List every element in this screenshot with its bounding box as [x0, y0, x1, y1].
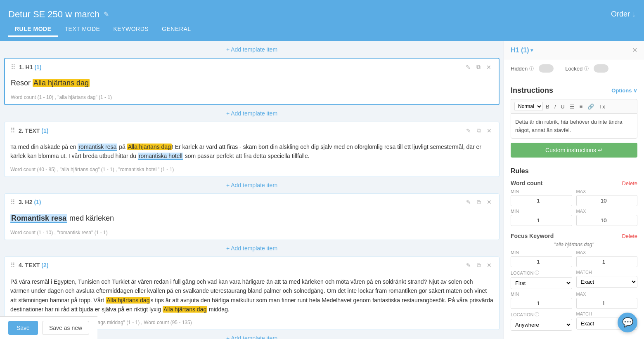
rules-section: Rules Word count Delete MIN MAX [504, 162, 644, 339]
tab-rule-mode[interactable]: RULE MODE [8, 22, 58, 37]
item-meta-2: Word count (40 - 85) , "alla hjärtans da… [5, 164, 499, 177]
item-meta-1: Word count (1 - 10) , "alla hjärtans dag… [5, 92, 499, 104]
drag-handle-4[interactable]: ⠿ [10, 261, 15, 269]
edit-btn-4[interactable]: ✎ [464, 261, 473, 270]
wc-max-input-2[interactable] [576, 215, 638, 226]
focus-keyword-rule: Focus Keyword Delete "alla hjärtans dag"… [511, 233, 637, 331]
ol-btn[interactable]: ☰ [568, 102, 577, 111]
drag-handle-1[interactable]: ⠿ [11, 63, 16, 71]
instructions-title: Instructions Options ∨ [511, 86, 637, 95]
hidden-label: Hidden ⓘ [511, 66, 534, 72]
match-select-1[interactable]: Exact Partial None [576, 276, 638, 288]
word-count-delete-btn[interactable]: Delete [622, 180, 637, 186]
word-count-rule: Word count Delete MIN MAX MIN [511, 180, 637, 226]
add-template-top[interactable]: + Add template item [0, 41, 504, 58]
order-dropdown[interactable]: Order ↓ [611, 10, 636, 19]
location-label-2: LOCATION ⓘ [511, 311, 572, 318]
location-info-icon-2: ⓘ [535, 311, 539, 318]
tab-general[interactable]: GENERAL [155, 22, 197, 37]
wc-min-input-1[interactable] [511, 195, 572, 206]
add-template-3[interactable]: + Add template item [0, 177, 504, 193]
location-info-icon-1: ⓘ [535, 270, 539, 276]
keyword-value: "alla hjärtans dag" [511, 242, 637, 247]
format-select[interactable]: NormalH1H2H3 [514, 102, 543, 111]
item-meta-3: Word count (1 - 10) , "romantisk resa" (… [5, 227, 499, 240]
wc-min-label-2: MIN [511, 209, 572, 214]
delete-btn-4[interactable]: ✕ [485, 261, 493, 270]
custom-instructions-btn[interactable]: Custom instructions ↵ [511, 143, 637, 158]
rules-title: Rules [511, 167, 637, 175]
wc-max-label-1: MAX [576, 189, 638, 194]
fk-max-label-1: MAX [576, 250, 638, 255]
ul-btn[interactable]: ≡ [578, 102, 585, 111]
copy-btn-2[interactable]: ⧉ [475, 126, 483, 135]
copy-btn-1[interactable]: ⧉ [475, 63, 482, 71]
locked-toggle[interactable] [594, 64, 608, 73]
save-as-button[interactable]: Save as new [42, 321, 89, 335]
fk-max-input-1[interactable] [576, 256, 638, 267]
bold-btn[interactable]: B [544, 102, 552, 111]
fk-min-input-2[interactable] [511, 298, 572, 309]
panel-header: H1 (1) ▾ ✕ [504, 41, 644, 59]
panel-close-btn[interactable]: ✕ [632, 46, 637, 54]
delete-btn-3[interactable]: ✕ [485, 198, 493, 207]
chat-button[interactable]: 💬 [618, 313, 637, 332]
tab-keywords[interactable]: KEYWORDS [107, 22, 155, 37]
right-panel: H1 (1) ▾ ✕ Hidden ⓘ Locked ⓘ [504, 41, 644, 339]
item-content-1: Resor Alla hjärtans dag [5, 75, 499, 92]
edit-btn-1[interactable]: ✎ [464, 63, 472, 71]
item-content-4: På våra resmål i Egypten, Tunisien och T… [5, 274, 499, 318]
instructions-section: Instructions Options ∨ NormalH1H2H3 B I … [504, 81, 644, 162]
drag-handle-3[interactable]: ⠿ [10, 198, 15, 206]
editor-content[interactable]: Detta är din rubrik, här behöver du inte… [511, 113, 637, 139]
link-btn[interactable]: 🔗 [585, 102, 596, 111]
hidden-info-icon: ⓘ [529, 66, 534, 72]
fk-min-label-2: MIN [511, 292, 572, 297]
template-item-2: ⠿ 2. TEXT (1) ✎ ⧉ ✕ Ta med din älskade p… [4, 122, 500, 177]
copy-btn-4[interactable]: ⧉ [475, 261, 483, 270]
edit-title-icon[interactable]: ✎ [104, 10, 109, 18]
save-button[interactable]: Save [8, 321, 38, 335]
focus-keyword-delete-btn[interactable]: Delete [622, 233, 637, 239]
location-select-2[interactable]: First Last Anywhere [511, 319, 572, 331]
item-label-4: 4. TEXT (2) [19, 262, 461, 268]
edit-btn-2[interactable]: ✎ [464, 126, 473, 135]
edit-btn-3[interactable]: ✎ [464, 198, 473, 207]
underline-btn[interactable]: U [559, 102, 566, 111]
locked-info-icon: ⓘ [584, 66, 589, 72]
wc-min-input-2[interactable] [511, 215, 572, 226]
fk-max-label-2: MAX [576, 292, 638, 297]
fk-min-label-1: MIN [511, 250, 572, 255]
hidden-locked-row: Hidden ⓘ Locked ⓘ [504, 59, 644, 81]
header: Detur SE 250 w march ✎ Order ↓ RULE MODE… [0, 0, 644, 41]
wc-max-input-1[interactable] [576, 195, 638, 206]
word-count-title: Word count [511, 180, 543, 186]
hidden-toggle[interactable] [539, 64, 554, 73]
panel-title: H1 (1) ▾ [511, 47, 533, 54]
focus-keyword-title: Focus Keyword [511, 233, 554, 239]
item-label-1: 1. H1 (1) [19, 64, 461, 71]
add-template-2[interactable]: + Add template item [0, 105, 504, 122]
nav-tabs: RULE MODE TEXT MODE KEYWORDS GENERAL [8, 22, 636, 37]
chat-icon: 💬 [622, 317, 633, 328]
italic-btn[interactable]: I [552, 102, 558, 111]
delete-btn-1[interactable]: ✕ [485, 63, 493, 71]
tab-text-mode[interactable]: TEXT MODE [58, 22, 107, 37]
add-template-4[interactable]: + Add template item [0, 240, 504, 257]
left-panel: + Add template item ⠿ 1. H1 (1) ✎ ⧉ ✕ Re… [0, 41, 504, 339]
wc-max-label-2: MAX [576, 209, 638, 214]
app-title: Detur SE 250 w march ✎ [8, 9, 109, 20]
fk-min-input-1[interactable] [511, 256, 572, 267]
item-content-2: Ta med din älskade på en romantisk resa … [5, 139, 499, 164]
drag-handle-2[interactable]: ⠿ [10, 127, 15, 134]
options-btn[interactable]: Options ∨ [611, 87, 637, 94]
location-label-1: LOCATION ⓘ [511, 270, 572, 276]
fk-max-input-2[interactable] [576, 298, 638, 309]
location-select-1[interactable]: First Last Anywhere [511, 277, 572, 289]
tx-btn[interactable]: Tx [597, 102, 607, 111]
copy-btn-3[interactable]: ⧉ [475, 198, 483, 207]
delete-btn-2[interactable]: ✕ [485, 126, 493, 135]
item-content-3: Romantisk resa med kärleken [5, 211, 499, 227]
item-label-3: 3. H2 (1) [19, 199, 461, 205]
template-item-3: ⠿ 3. H2 (1) ✎ ⧉ ✕ Romantisk resa med kär… [4, 193, 500, 240]
